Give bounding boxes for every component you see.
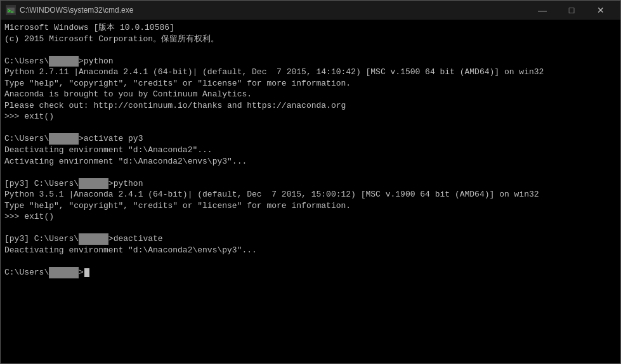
terminal-line <box>4 167 617 178</box>
terminal-output[interactable]: Microsoft Windows [版本 10.0.10586] (c) 20… <box>1 20 620 363</box>
terminal-line <box>4 223 617 234</box>
terminal-line: >>> exit() <box>4 211 617 223</box>
redacted-username <box>49 133 79 145</box>
terminal-line: (c) 2015 Microsoft Corporation。保留所有权利。 <box>4 34 617 45</box>
terminal-line <box>4 44 617 56</box>
terminal-line <box>4 256 617 267</box>
minimize-button[interactable]: — <box>528 1 557 20</box>
terminal-line: Python 2.7.11 |Anaconda 2.4.1 (64-bit)| … <box>4 67 617 78</box>
terminal-line: Please check out: http://continuum.io/th… <box>4 100 617 112</box>
terminal-prompt-line: C:\Users\ > <box>4 267 617 278</box>
terminal-line: C:\Users\ >activate py3 <box>4 133 617 145</box>
redacted-username <box>79 233 108 245</box>
close-button[interactable]: ✕ <box>586 1 615 20</box>
title-bar-left: C:\WINDOWS\system32\cmd.exe <box>6 5 133 15</box>
window-controls: — □ ✕ <box>528 1 615 20</box>
window-title: C:\WINDOWS\system32\cmd.exe <box>20 6 133 15</box>
terminal-line: Python 3.5.1 |Anaconda 2.4.1 (64-bit)| (… <box>4 189 617 200</box>
terminal-line: Deactivating environment "d:\Anaconda2\e… <box>4 245 617 256</box>
terminal-line: [py3] C:\Users\ >deactivate <box>4 233 617 245</box>
terminal-line: Microsoft Windows [版本 10.0.10586] <box>4 22 617 34</box>
terminal-line: Type "help", "copyright", "credits" or "… <box>4 200 617 212</box>
terminal-line: [py3] C:\Users\ >python <box>4 178 617 190</box>
terminal-line: Activating environment "d:\Anaconda2\env… <box>4 156 617 167</box>
maximize-button[interactable]: □ <box>557 1 586 20</box>
title-bar: C:\WINDOWS\system32\cmd.exe — □ ✕ <box>1 1 620 20</box>
cursor-blink <box>84 268 89 277</box>
cmd-icon <box>6 5 16 15</box>
terminal-line: C:\Users\ >python <box>4 56 617 67</box>
terminal-line <box>4 122 617 134</box>
redacted-username <box>79 178 108 190</box>
cmd-window: C:\WINDOWS\system32\cmd.exe — □ ✕ Micros… <box>0 0 621 364</box>
terminal-line: Anaconda is brought to you by Continuum … <box>4 89 617 100</box>
terminal-line: >>> exit() <box>4 111 617 122</box>
svg-rect-0 <box>7 8 15 13</box>
terminal-line: Deactivating environment "d:\Anaconda2".… <box>4 145 617 156</box>
terminal-line: Type "help", "copyright", "credits" or "… <box>4 78 617 89</box>
redacted-username <box>49 267 79 278</box>
redacted-username <box>49 56 79 67</box>
